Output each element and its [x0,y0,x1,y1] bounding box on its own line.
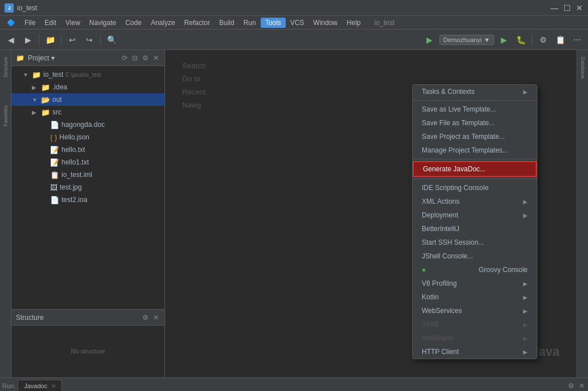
menu-save-file-template[interactable]: Save File as Template... [413,116,537,130]
tree-hello-json[interactable]: ▶ { } Hello.json [11,131,165,143]
toolbar-settings-btn[interactable]: ⚙ [536,32,550,47]
menu-analyze[interactable]: Analyze [146,18,180,28]
window-controls[interactable]: — ☐ ✕ [550,4,583,12]
menu-save-live-template[interactable]: Save as Live Template... [413,102,537,116]
menu-tasks-contexts[interactable]: Tasks & Contexts ▶ [413,85,537,98]
menu-edit[interactable]: Edit [40,18,61,28]
toolbar-run-btn[interactable]: ▶ [496,32,511,47]
toolbar-redo-btn[interactable]: ↪ [82,32,97,47]
toolbar-search-btn[interactable]: 🔍 [104,32,119,47]
toolbar-undo-btn[interactable]: ↩ [65,32,80,47]
toolbar-debug2-btn[interactable]: 🐛 [513,32,528,47]
ssh-label: Start SSH Session... [422,238,484,246]
run-config-combo[interactable]: Demozhuanyi ▼ [439,35,494,45]
toolbar-debug-btn[interactable]: ▶ [422,32,437,47]
structure-panel: Structure ⚙ ✕ No structure [11,309,165,377]
v8-label: V8 Profiling [422,279,457,287]
menu-deployment[interactable]: Deployment ▶ [413,208,537,222]
save-live-label: Save as Live Template... [422,105,496,113]
toolbar-forward-btn[interactable]: ▶ [20,32,35,47]
tree-hagongda[interactable]: ▶ 📄 hagongda.doc [11,118,165,131]
bottom-gear-btn[interactable]: ⚙ [567,381,575,391]
v8-arrow: ▶ [523,281,528,287]
menu-tools[interactable]: Tools [261,18,286,28]
menu-view[interactable]: View [61,18,85,28]
xmlbeans-label: XmlBeans [422,334,453,342]
menu-refactor[interactable]: Refactor [180,18,215,28]
run-config-label: Demozhuanyi [443,36,482,43]
tree-out[interactable]: ▼ 📂 out [11,93,165,106]
toolbar-back-btn[interactable]: ◀ [3,32,18,47]
no-structure-text: No structure [71,348,105,355]
tab-javadoc[interactable]: Javadoc ✕ [18,380,62,391]
menu-groovy[interactable]: ● Groovy Console [413,263,537,277]
menu-file[interactable]: File [20,18,40,28]
tree-test-jpg[interactable]: ▶ 🖼 test.jpg [11,181,165,194]
close-button[interactable]: ✕ [575,4,583,12]
jaxb-arrow: ▶ [523,322,528,328]
maximize-button[interactable]: ☐ [563,4,571,12]
window-title: io_test [17,4,37,12]
tree-test2-ioa[interactable]: ▶ 📄 test2.ioa [11,194,165,206]
separator-2 [61,34,61,46]
sync-btn[interactable]: ⟳ [121,53,129,63]
sep-3 [413,179,537,179]
minimize-button[interactable]: — [550,4,558,12]
menu-ide-scripting[interactable]: IDE Scripting Console [413,181,537,195]
collapse-all-btn[interactable]: ⊟ [131,53,139,63]
tree-root[interactable]: ▼ 📁 io_test E:\java\io_test [11,68,165,81]
separator-4 [532,34,532,46]
menu-xml-actions[interactable]: XML Actions ▶ [413,195,537,208]
sidebar-item-favorites[interactable]: Favorites [2,103,10,129]
run-label: Run: [2,382,15,389]
menu-save-project-template[interactable]: Save Project as Template... [413,130,537,143]
deployment-arrow: ▶ [523,212,528,219]
hide-btn[interactable]: ✕ [152,53,160,63]
menu-http-client[interactable]: HTTP Client ▶ [413,345,537,359]
tree-hello-txt[interactable]: ▶ 📝 hello.txt [11,143,165,156]
toolbar-git-btn[interactable]: 📋 [553,32,568,47]
menu-kotlin[interactable]: Kotlin ▶ [413,290,537,304]
tree-io-test-iml[interactable]: ▶ 📋 io_test.iml [11,168,165,181]
sidebar-item-structure[interactable]: Structure [2,55,10,80]
menu-vcs[interactable]: VCS [286,18,309,28]
right-sidebar: Database [577,50,588,377]
title-bar: J io_test — ☐ ✕ [0,0,588,16]
menu-betterintellij[interactable]: BetterIntelliJ [413,222,537,236]
menu-window[interactable]: Window [309,18,342,28]
jshell-label: JShell Console... [422,252,473,260]
structure-hide-btn[interactable]: ✕ [152,312,160,323]
menu-app[interactable]: 🔷 [2,18,20,28]
tree-idea[interactable]: ▶ 📁 .idea [11,81,165,93]
menu-generate-javadoc[interactable]: Generate JavaDoc... [413,161,537,177]
menu-run[interactable]: Run [239,18,261,28]
menu-navigate[interactable]: Navigate [85,18,121,28]
menu-manage-templates[interactable]: Manage Project Templates... [413,143,537,157]
xml-actions-arrow: ▶ [523,199,528,205]
separator-3 [100,34,101,46]
sep-2 [413,159,537,159]
left-sidebar: Structure Favorites [0,50,11,377]
menu-webservices[interactable]: WebServices ▶ [413,304,537,318]
bottom-hide-btn[interactable]: ✕ [578,381,586,391]
menu-jshell[interactable]: JShell Console... [413,249,537,263]
tree-src[interactable]: ▶ 📁 src [11,106,165,118]
kotlin-arrow: ▶ [523,294,528,301]
tree-hello1-txt[interactable]: ▶ 📝 hello1.txt [11,156,165,168]
menu-v8-profiling[interactable]: V8 Profiling ▶ [413,277,537,290]
manage-templates-label: Manage Project Templates... [422,146,508,154]
tab-javadoc-close[interactable]: ✕ [51,383,56,389]
sidebar-item-database[interactable]: Database [579,55,587,81]
toolbar-project-btn[interactable]: 📁 [43,32,57,47]
menu-ssh[interactable]: Start SSH Session... [413,236,537,249]
expand-arrow: ▼ [23,72,30,78]
structure-gear-btn[interactable]: ⚙ [141,312,150,323]
menu-code[interactable]: Code [121,18,146,28]
menu-help[interactable]: Help [342,18,365,28]
menu-bar: 🔷 File Edit View Navigate Code Analyze R… [0,16,588,30]
menu-build[interactable]: Build [215,18,239,28]
gear-btn[interactable]: ⚙ [141,53,150,63]
bottom-panel: Run: Javadoc ✕ ⚙ ✕ ▶ ⏹ ↑ ↓ ⟲ 📋 🗑 正在生成E:\… [0,377,588,391]
toolbar-more-btn[interactable]: ⋯ [570,32,585,47]
save-file-label: Save File as Template... [422,119,495,127]
